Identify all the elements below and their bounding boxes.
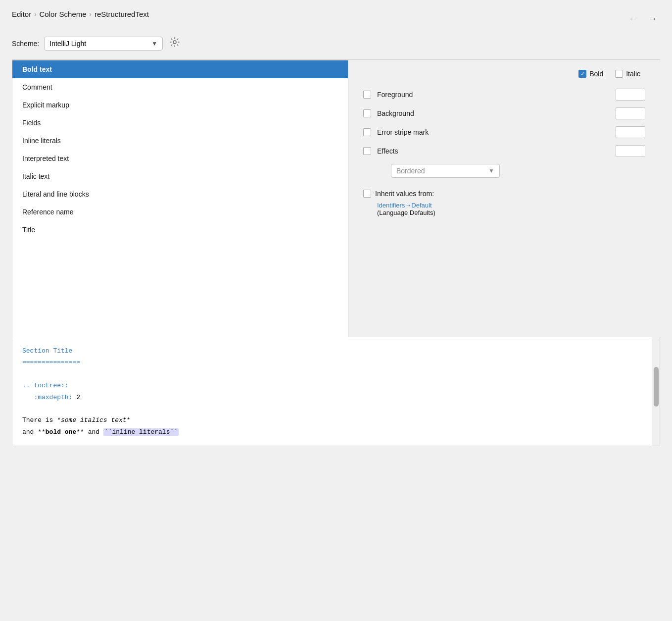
italic-checkbox[interactable] [615,70,623,78]
code-section-underline: =============== [22,357,642,368]
error-stripe-swatch[interactable] [616,126,645,138]
foreground-row: Foreground [363,89,645,101]
code-bold-line: and **bold one** and ``inline literals`` [22,426,642,438]
scrollbar-area[interactable] [652,337,660,446]
code-maxdepth: :maxdepth: 2 [22,392,642,403]
code-preview-section: Section Title =============== .. toctree… [12,337,660,446]
breadcrumb-sep2: › [90,10,92,18]
breadcrumb-sep1: › [34,10,36,18]
effects-row: Effects [363,145,645,157]
nav-arrows: ← → [625,13,660,25]
italic-label: Italic [626,70,640,78]
left-panel: Bold text Comment Explicit markup Fields… [12,60,348,337]
list-item-interpreted-text[interactable]: Interpreted text [12,150,348,167]
list-item-fields[interactable]: Fields [12,114,348,132]
bold-italic-row: Bold Italic [363,70,645,78]
italic-checkbox-label[interactable]: Italic [615,70,640,78]
code-italics-line: There is *some italics text* [22,414,642,426]
scheme-value: IntelliJ Light [49,40,147,48]
foreground-label: Foreground [377,91,610,99]
scrollbar-thumb[interactable] [654,367,659,407]
effects-dropdown-wrapper: Bordered ▼ [377,164,645,178]
effects-label: Effects [377,147,610,155]
error-stripe-row: Error stripe mark [363,126,645,138]
code-area: Section Title =============== .. toctree… [12,337,652,446]
list-item-italic-text[interactable]: Italic text [12,167,348,185]
background-row: Background [363,107,645,119]
gear-button[interactable] [168,36,182,51]
code-toctree: .. toctree:: [22,380,642,391]
inherit-sub: (Language Defaults) [377,209,435,216]
inherit-link[interactable]: Identifiers→Default [377,202,432,209]
effects-dropdown-arrow: ▼ [488,167,494,174]
list-item-bold-text[interactable]: Bold text [12,60,348,78]
code-section-title: Section Title [22,345,642,357]
list-item-inline-literals[interactable]: Inline literals [12,132,348,150]
error-stripe-label: Error stripe mark [377,128,610,136]
list-item-reference-name[interactable]: Reference name [12,203,348,221]
bold-checkbox-label[interactable]: Bold [578,70,603,78]
background-swatch[interactable] [616,107,645,119]
list-item-literal-line-blocks[interactable]: Literal and line blocks [12,185,348,203]
effects-checkbox[interactable] [363,147,371,155]
scheme-row: Scheme: IntelliJ Light ▼ [12,36,660,51]
bold-label: Bold [589,70,603,78]
foreground-swatch[interactable] [616,89,645,101]
background-checkbox[interactable] [363,109,371,117]
bold-checkbox[interactable] [578,70,586,78]
code-blank2 [22,403,642,414]
breadcrumb: Editor › Color Scheme › reStructuredText [12,10,149,18]
list-item-title[interactable]: Title [12,221,348,239]
list-item-explicit-markup[interactable]: Explicit markup [12,96,348,114]
effects-dropdown-text: Bordered [396,167,488,175]
breadcrumb-restructured-text: reStructuredText [95,10,149,18]
right-panel: Bold Italic Foreground Background [348,60,660,337]
scheme-select[interactable]: IntelliJ Light ▼ [44,37,163,51]
foreground-checkbox[interactable] [363,91,371,99]
gear-icon [170,37,180,47]
breadcrumb-editor: Editor [12,10,31,18]
code-blank1 [22,368,642,380]
content-area: Bold text Comment Explicit markup Fields… [12,60,660,337]
scheme-dropdown-arrow: ▼ [151,40,157,47]
list-item-comment[interactable]: Comment [12,78,348,96]
inherit-link-row: Identifiers→Default (Language Defaults) [377,202,645,216]
scheme-label: Scheme: [12,40,39,48]
forward-button[interactable]: → [645,13,660,25]
breadcrumb-color-scheme: Color Scheme [40,10,87,18]
back-button[interactable]: ← [625,13,640,25]
effects-swatch[interactable] [616,145,645,157]
inherit-row: Inherit values from: [363,190,645,198]
effects-dropdown[interactable]: Bordered ▼ [391,164,500,178]
inherit-checkbox[interactable] [363,190,371,198]
inherit-label: Inherit values from: [375,190,434,198]
background-label: Background [377,109,610,117]
error-stripe-checkbox[interactable] [363,128,371,136]
